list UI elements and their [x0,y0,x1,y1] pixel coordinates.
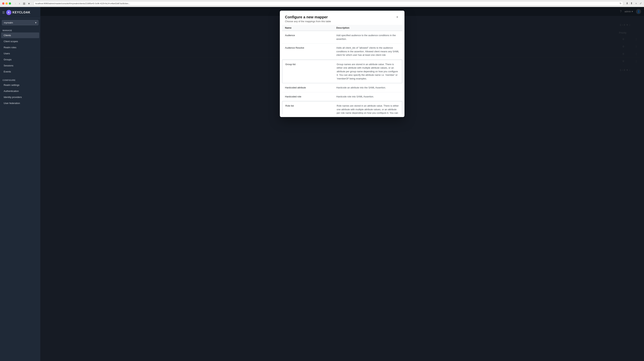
titlebar-actions: ⬇ ⬆ ＋ ⤢ [626,2,642,5]
sidebar-item-clients[interactable]: Clients [1,33,39,38]
realm-dropdown-icon: ▾ [35,21,36,24]
table-header-row: Name Description [282,25,402,31]
sidebar-label-realm-settings: Realm settings [4,84,20,86]
row-desc-group-list: Group names are stored in an attribute v… [337,63,399,81]
table-row-role-list[interactable]: Role list Role names are stored in an at… [282,101,402,114]
content-area: ? admin ▾ 👤 1 – 4 ▾ › [40,7,644,361]
logo-area: K KEYCLOAK [6,10,30,15]
sidebar-label-user-federation: User federation [4,102,20,105]
modal-subtitle: Choose any of the mappings from this tab… [285,20,331,23]
share-icon[interactable]: ⬆ [630,2,633,5]
logo-text: KEYCLOAK [12,11,30,14]
sidebar-label-authentication: Authentication [4,90,19,93]
row-name-audience-resolve: Audience Resolve [285,46,336,49]
col-header-name: Name [285,27,336,29]
main-layout: ☰ K KEYCLOAK myrealm ▾ Manage Clients Cl… [0,7,644,361]
modal-close-button[interactable]: × [395,15,399,19]
table-row-group-list[interactable]: Group list Group names are stored in an … [282,60,402,84]
table-row-hardcoded-attribute[interactable]: Hardcoded attribute Hardcode an attribut… [282,83,402,92]
modal-title-area: Configure a new mapper Choose any of the… [285,15,331,23]
maximize-window-button[interactable] [9,3,11,5]
row-name-hardcoded-role: Hardcoded role [285,95,336,98]
sidebar-label-identity-providers: Identity providers [4,96,22,99]
table-row-audience[interactable]: Audience Add specified audience to the a… [282,31,402,44]
sidebar-item-client-scopes[interactable]: Client scopes [1,39,39,44]
url-text: localhost:8080/admin/master/console/#/my… [35,3,619,5]
row-desc-role-list: Role names are stored in an attribute va… [337,104,399,114]
sidebar-item-realm-settings[interactable]: Realm settings [1,82,39,88]
row-desc-hardcoded-attribute: Hardcode an attribute into the SAML Asse… [336,86,399,90]
sidebar-item-authentication[interactable]: Authentication [1,88,39,94]
sidebar-item-realm-roles[interactable]: Realm roles [1,45,39,50]
sidebar-label-users: Users [4,52,10,55]
sidebar-label-realm-roles: Realm roles [4,46,16,49]
back-button[interactable]: ‹ [14,2,17,6]
download-icon[interactable]: ⬇ [626,2,628,5]
sidebar-header: ☰ K KEYCLOAK [0,7,40,18]
realm-selector[interactable]: myrealm ▾ [2,20,38,25]
modal-title: Configure a new mapper [285,15,331,19]
modal-table: Name Description Audience Add specified … [282,25,402,114]
modal-overlay[interactable]: Configure a new mapper Choose any of the… [40,7,644,361]
add-tab-icon[interactable]: ＋ [635,2,638,5]
sidebar-section-manage: Manage [0,27,40,32]
modal-header: Configure a new mapper Choose any of the… [280,11,404,25]
sidebar-label-sessions: Sessions [4,64,14,67]
row-name-role-list: Role list [285,104,337,107]
table-row-audience-resolve[interactable]: Audience Resolve Adds all client_ids of … [282,44,402,60]
row-name-audience: Audience [285,34,336,37]
modal-configure-mapper: Configure a new mapper Choose any of the… [280,11,404,117]
sidebar-item-user-federation[interactable]: User federation [1,100,39,106]
minimize-window-button[interactable] [6,3,8,5]
sidebar-label-client-scopes: Client scopes [4,40,18,43]
sidebar-item-sessions[interactable]: Sessions [1,63,39,68]
titlebar: ‹ › ⊞ ▾ localhost:8080/admin/master/cons… [0,0,644,7]
sidebar-label-clients: Clients [4,34,11,37]
logo-icon: K [6,10,11,15]
table-row-hardcoded-role[interactable]: Hardcoded role Hardcode role into SAML A… [282,92,402,101]
traffic-lights [2,3,11,5]
forward-button[interactable]: › [18,2,21,6]
col-header-description: Description [336,27,399,29]
address-bar[interactable]: localhost:8080/admin/master/console/#/my… [34,1,623,6]
fullscreen-icon[interactable]: ⤢ [640,2,642,5]
realm-name: myrealm [4,21,13,24]
sidebar-label-groups: Groups [4,58,12,61]
window-toggle-button[interactable]: ⊞ [22,2,26,6]
sidebar-item-events[interactable]: Events [1,69,39,75]
nav-controls: ‹ › ⊞ ▾ [14,2,31,6]
hamburger-icon[interactable]: ☰ [2,11,5,14]
row-desc-audience-resolve: Adds all client_ids of "allowed" clients… [336,46,399,57]
row-desc-hardcoded-role: Hardcode role into SAML Assertion. [336,95,399,99]
sidebar-label-events: Events [4,70,11,73]
sidebar-item-users[interactable]: Users [1,51,39,56]
row-name-hardcoded-attribute: Hardcoded attribute [285,86,336,89]
close-window-button[interactable] [2,3,4,5]
sidebar-item-groups[interactable]: Groups [1,57,39,62]
reload-icon[interactable]: ↻ [620,2,622,5]
tab-button[interactable]: ▾ [27,2,31,6]
row-name-group-list: Group list [285,63,337,66]
sidebar-section-configure: Configure [0,77,40,82]
sidebar-item-identity-providers[interactable]: Identity providers [1,94,39,100]
sidebar: ☰ K KEYCLOAK myrealm ▾ Manage Clients Cl… [0,7,40,361]
row-desc-audience: Add specified audience to the audience c… [336,34,399,41]
